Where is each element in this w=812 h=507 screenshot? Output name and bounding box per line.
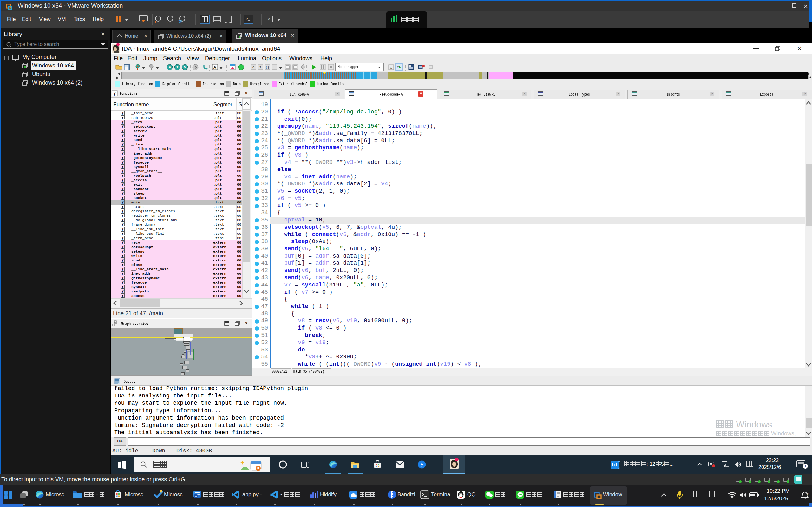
svg-text:::: :: bbox=[272, 66, 276, 69]
svg-text:#: # bbox=[169, 65, 171, 69]
svg-text:1: 1 bbox=[804, 464, 807, 468]
svg-text:C: C bbox=[397, 65, 399, 69]
svg-text:C: C bbox=[390, 66, 392, 69]
svg-text:C: C bbox=[252, 66, 254, 69]
svg-text:{}: {} bbox=[265, 66, 269, 69]
svg-text:I: I bbox=[259, 66, 261, 69]
svg-text:z: z bbox=[807, 492, 809, 496]
svg-text:T: T bbox=[176, 65, 179, 69]
svg-text:N: N bbox=[184, 65, 186, 69]
svg-text:w: w bbox=[194, 495, 197, 498]
svg-text:A: A bbox=[213, 65, 217, 70]
